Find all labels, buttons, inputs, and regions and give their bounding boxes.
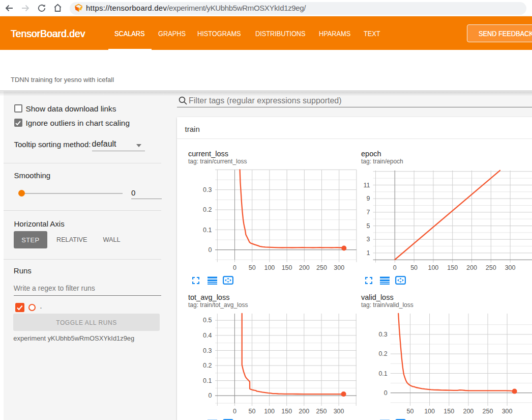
svg-text:100: 100: [424, 408, 435, 415]
svg-text:150: 150: [281, 408, 292, 415]
svg-text:150: 150: [282, 264, 292, 271]
svg-text:0.2: 0.2: [378, 350, 387, 357]
svg-text:0: 0: [393, 264, 397, 271]
svg-text:0.3: 0.3: [203, 186, 212, 193]
svg-text:200: 200: [463, 408, 474, 415]
svg-text:150: 150: [444, 408, 454, 415]
svg-text:7: 7: [367, 209, 370, 216]
svg-text:1: 1: [367, 249, 370, 257]
svg-text:9: 9: [367, 195, 370, 202]
svg-text:0.3: 0.3: [378, 331, 387, 338]
svg-text:250: 250: [316, 408, 327, 415]
svg-text:0.1: 0.1: [203, 227, 212, 234]
svg-text:150: 150: [447, 264, 458, 271]
svg-text:300: 300: [334, 264, 344, 271]
svg-text:200: 200: [299, 264, 310, 271]
svg-text:0.4: 0.4: [203, 332, 212, 339]
svg-text:0.3: 0.3: [203, 347, 212, 354]
svg-text:5: 5: [367, 222, 370, 230]
svg-text:0.2: 0.2: [203, 362, 212, 369]
svg-text:300: 300: [334, 408, 344, 415]
svg-text:0.5: 0.5: [203, 317, 212, 324]
svg-text:0: 0: [233, 408, 237, 415]
svg-text:250: 250: [486, 264, 496, 271]
svg-text:100: 100: [264, 264, 275, 271]
svg-text:0: 0: [209, 246, 212, 254]
svg-text:11: 11: [364, 182, 370, 189]
svg-text:50: 50: [249, 264, 256, 271]
svg-text:50: 50: [407, 408, 414, 415]
svg-text:0: 0: [233, 264, 237, 271]
svg-text:200: 200: [466, 264, 477, 271]
svg-text:250: 250: [316, 264, 327, 271]
svg-text:0: 0: [384, 389, 388, 397]
svg-text:100: 100: [264, 408, 275, 415]
svg-text:100: 100: [428, 264, 438, 271]
svg-text:300: 300: [502, 408, 513, 415]
svg-text:250: 250: [483, 408, 493, 415]
svg-text:3: 3: [367, 236, 370, 243]
svg-text:50: 50: [410, 264, 418, 271]
svg-text:0.1: 0.1: [378, 370, 387, 377]
svg-text:50: 50: [249, 408, 256, 415]
svg-text:300: 300: [505, 264, 516, 271]
svg-text:0.1: 0.1: [203, 377, 212, 384]
svg-text:200: 200: [299, 408, 309, 415]
svg-text:0.2: 0.2: [203, 206, 212, 213]
svg-text:0: 0: [209, 392, 212, 399]
